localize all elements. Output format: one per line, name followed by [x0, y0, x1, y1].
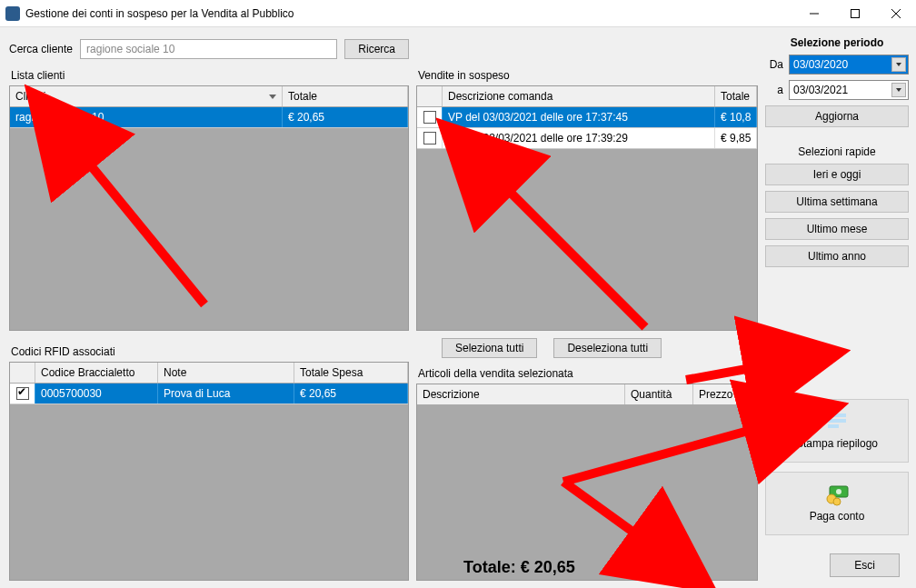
sales-section-label: Vendite in sospeso — [418, 69, 758, 82]
date-to-value: 03/03/2021 — [793, 84, 848, 96]
sales-col-check[interactable] — [417, 86, 443, 106]
sales-col-desc[interactable]: Descrizione comanda — [443, 86, 715, 106]
rfid-row[interactable]: 0005700030 Prova di Luca € 20,65 — [10, 384, 408, 404]
rfid-check-cell[interactable] — [10, 384, 35, 404]
svg-point-10 — [833, 498, 841, 505]
exit-button[interactable]: Esci — [830, 553, 900, 577]
checkbox-icon — [423, 111, 436, 124]
client-total-cell: € 20,65 — [283, 107, 408, 127]
sales-check-cell[interactable] — [417, 107, 443, 127]
clients-row[interactable]: ragione sociale 10 € 20,65 — [10, 107, 408, 128]
svg-rect-1 — [851, 9, 859, 17]
client-name-cell: ragione sociale 10 — [10, 107, 283, 127]
checkbox-icon — [423, 132, 436, 145]
search-button[interactable]: Ricerca — [344, 39, 409, 59]
window-controls — [793, 0, 916, 27]
quick-last-week-button[interactable]: Ultima settimana — [765, 191, 909, 213]
svg-rect-5 — [828, 419, 846, 423]
money-coins-icon — [824, 484, 850, 506]
clients-section-label: Lista clienti — [11, 69, 409, 82]
articles-section-label: Articoli della vendita selezionata — [418, 367, 758, 380]
clients-col-name[interactable]: Clienti — [10, 86, 283, 106]
svg-point-8 — [836, 489, 841, 494]
articles-col-qty[interactable]: Quantità — [625, 384, 693, 404]
quick-last-month-button[interactable]: Ultimo mese — [765, 218, 909, 240]
svg-rect-4 — [828, 414, 846, 417]
date-to-label: a — [765, 84, 783, 96]
minimize-button[interactable] — [793, 0, 834, 27]
checkbox-icon — [16, 387, 29, 400]
rfid-section-label: Codici RFID associati — [11, 345, 409, 358]
articles-col-price[interactable]: Prezzo — [693, 384, 757, 404]
grand-total: Totale: € 20,65 — [463, 558, 575, 577]
rfid-grid[interactable]: Codice Braccialetto Note Totale Spesa 00… — [9, 362, 409, 581]
search-input[interactable] — [80, 39, 337, 59]
maximize-button[interactable] — [834, 0, 875, 27]
rfid-col-code[interactable]: Codice Braccialetto — [35, 363, 158, 383]
articles-col-desc[interactable]: Descrizione — [417, 384, 625, 404]
sales-total-cell: € 9,85 — [715, 128, 757, 148]
sales-desc-cell: VP del 03/03/2021 delle ore 17:39:29 — [443, 128, 715, 148]
clients-grid[interactable]: Clienti Totale ragione sociale 10 € 20,6… — [9, 85, 409, 331]
rfid-col-total[interactable]: Totale Spesa — [294, 363, 408, 383]
articles-grid[interactable]: Descrizione Quantità Prezzo — [416, 384, 758, 581]
search-label: Cerca cliente — [9, 43, 73, 55]
date-to-field[interactable]: 03/03/2021 — [789, 80, 909, 100]
rfid-note-cell: Prova di Luca — [158, 384, 294, 404]
sales-row[interactable]: VP del 03/03/2021 delle ore 17:37:45 € 1… — [417, 107, 757, 128]
quick-yesterday-today-button[interactable]: Ieri e oggi — [765, 164, 909, 185]
quick-last-year-button[interactable]: Ultimo anno — [765, 245, 909, 267]
sales-row[interactable]: VP del 03/03/2021 delle ore 17:39:29 € 9… — [417, 128, 757, 149]
pay-label: Paga conto — [810, 510, 865, 523]
rfid-col-note[interactable]: Note — [158, 363, 294, 383]
print-summary-button[interactable]: Stampa riepilogo — [765, 399, 909, 463]
rfid-total-cell: € 20,65 — [294, 384, 408, 404]
clients-col-total[interactable]: Totale — [283, 86, 408, 106]
sales-col-total[interactable]: Totale — [715, 86, 757, 106]
window-title: Gestione dei conti in sospeso per la Ven… — [25, 7, 793, 20]
date-from-label: Da — [765, 58, 783, 71]
refresh-button[interactable]: Aggiorna — [765, 105, 909, 127]
date-from-value: 03/03/2020 — [793, 58, 848, 71]
date-from-field[interactable]: 03/03/2020 — [789, 55, 909, 75]
sales-check-cell[interactable] — [417, 128, 443, 148]
rfid-col-check[interactable] — [10, 363, 35, 383]
chevron-down-icon[interactable] — [891, 83, 906, 97]
close-button[interactable] — [875, 0, 916, 27]
pay-account-button[interactable]: Paga conto — [765, 472, 909, 535]
print-label: Stampa riepilogo — [796, 437, 878, 450]
deselect-all-button[interactable]: Deseleziona tutti — [553, 338, 662, 358]
sales-total-cell: € 10,8 — [715, 107, 757, 127]
document-lines-icon — [824, 412, 850, 434]
app-icon — [5, 6, 20, 21]
rfid-code-cell: 0005700030 — [35, 384, 158, 404]
svg-rect-6 — [828, 424, 839, 428]
quick-title: Selezioni rapide — [765, 145, 909, 158]
period-title: Selezione periodo — [765, 36, 909, 49]
titlebar: Gestione dei conti in sospeso per la Ven… — [0, 0, 916, 27]
chevron-down-icon[interactable] — [891, 57, 906, 72]
sales-grid[interactable]: Descrizione comanda Totale VP del 03/03/… — [416, 85, 758, 331]
select-all-button[interactable]: Seleziona tutti — [442, 338, 537, 358]
sales-desc-cell: VP del 03/03/2021 delle ore 17:37:45 — [443, 107, 715, 127]
